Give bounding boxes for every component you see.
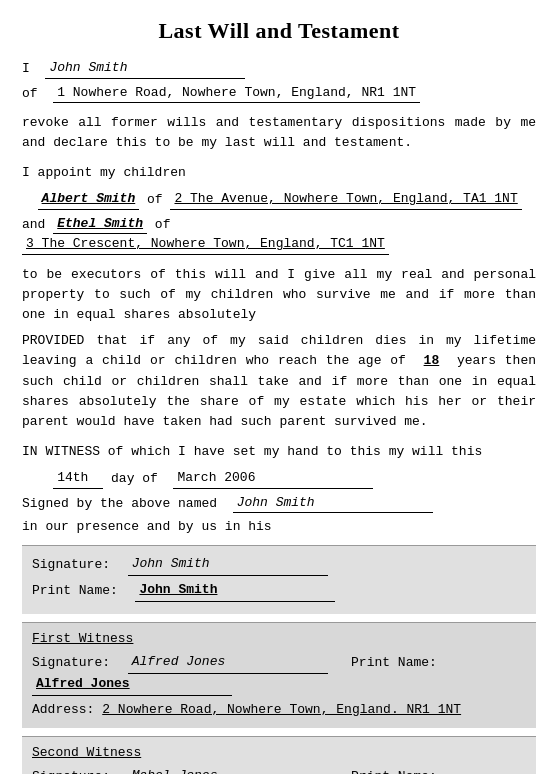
fw-print-name-label: Print Name:	[351, 653, 437, 674]
signature-row: Signature: John Smith	[32, 554, 526, 576]
date-line: 14th day of March 2006	[22, 468, 536, 489]
and-label: and	[22, 215, 45, 235]
print-name-row: Print Name: John Smith	[32, 580, 526, 602]
sig-value: John Smith	[128, 554, 328, 576]
second-witness-sig-row: Signature: Mabel Jones Print Name: Mabel…	[32, 766, 526, 774]
signed-by-field: John Smith	[233, 493, 433, 514]
sw-sig-value: Mabel Jones	[128, 766, 328, 774]
of2-label: of	[147, 190, 163, 210]
first-witness-sig-row: Signature: Alfred Jones Print Name: Alfr…	[32, 652, 526, 696]
date-month-year-field: March 2006	[173, 468, 373, 489]
fw-print-name-value: Alfred Jones	[32, 674, 232, 696]
sig-label: Signature:	[32, 555, 110, 576]
executor2-name-field: Ethel Smith	[53, 214, 147, 235]
page: Last Will and Testament I John Smith of …	[0, 0, 558, 774]
sw-print-name-label: Print Name:	[351, 767, 437, 774]
executor1-address-field: 2 The Avenue, Nowhere Town, England, TA1…	[170, 189, 521, 210]
intro-paragraph: revoke all former wills and testamentary…	[22, 113, 536, 153]
body-para2: PROVIDED that if any of my said children…	[22, 331, 536, 432]
age-field: 18	[424, 353, 440, 368]
testator-address-line: of 1 Nowhere Road, Nowhere Town, England…	[22, 83, 536, 104]
print-name-value: John Smith	[135, 580, 335, 602]
executor2-line: and Ethel Smith of 3 The Crescent, Nowhe…	[22, 214, 536, 255]
first-witness-section: First Witness Signature: Alfred Jones Pr…	[22, 622, 536, 728]
body-para1: to be executors of this will and I give …	[22, 265, 536, 325]
of-label: of	[22, 84, 38, 104]
sw-sig-label: Signature:	[32, 767, 110, 774]
document-title: Last Will and Testament	[22, 18, 536, 44]
print-name-label: Print Name:	[32, 581, 118, 602]
signature-section: Signature: John Smith Print Name: John S…	[22, 545, 536, 614]
signed-by-label: Signed by the above named	[22, 494, 217, 514]
executor1-name-field: Albert Smith	[38, 189, 140, 210]
fw-address-value: 2 Nowhere Road, Nowhere Town, England. N…	[102, 700, 461, 721]
i-label: I	[22, 59, 30, 79]
signed-by-line: Signed by the above named John Smith	[22, 493, 536, 514]
testator-name-field: John Smith	[45, 58, 245, 79]
second-witness-header: Second Witness	[32, 745, 526, 760]
executor2-address-field: 3 The Crescent, Nowhere Town, England, T…	[22, 234, 389, 255]
second-witness-section: Second Witness Signature: Mabel Jones Pr…	[22, 736, 536, 774]
fw-sig-value: Alfred Jones	[128, 652, 328, 674]
fw-address-label: Address:	[32, 700, 94, 721]
testator-address-field: 1 Nowhere Road, Nowhere Town, England, N…	[53, 83, 420, 104]
appoint-text: I appoint my children	[22, 163, 536, 183]
in-presence-text: in our presence and by us in his	[22, 517, 536, 537]
first-witness-address-row: Address: 2 Nowhere Road, Nowhere Town, E…	[32, 700, 526, 721]
date-day-field: 14th	[53, 468, 103, 489]
testator-name-line: I John Smith	[22, 58, 536, 79]
of3-label: of	[155, 215, 171, 235]
day-of-label: day of	[111, 469, 158, 489]
executor1-line: Albert Smith of 2 The Avenue, Nowhere To…	[22, 189, 536, 210]
first-witness-header: First Witness	[32, 631, 526, 646]
fw-sig-label: Signature:	[32, 653, 110, 674]
witness-intro: IN WITNESS of which I have set my hand t…	[22, 442, 536, 462]
